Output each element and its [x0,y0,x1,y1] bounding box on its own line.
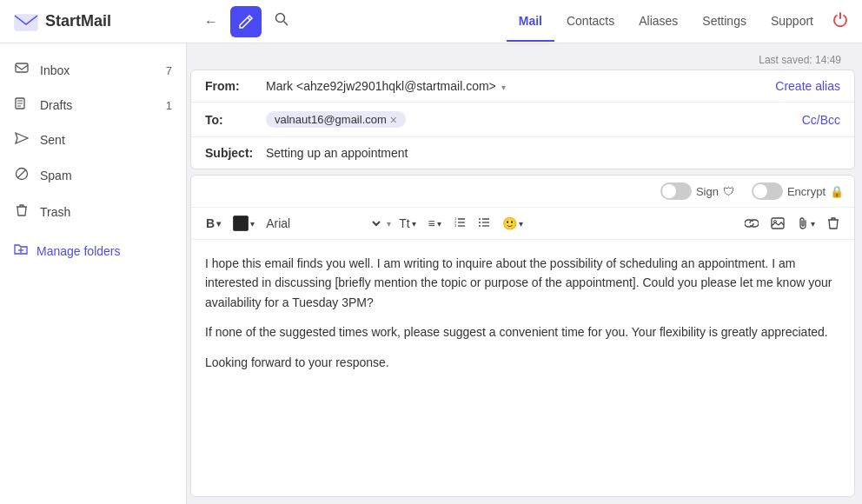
sidebar-item-sent[interactable]: Sent [0,123,186,156]
from-value: Mark <ahze92jw2901hqkl@startmail.com> ▾ [266,79,775,93]
svg-text:3: 3 [454,223,457,228]
sidebar-item-drafts[interactable]: Drafts 1 [0,89,186,122]
sent-icon [14,132,30,148]
svg-line-3 [284,22,288,26]
manage-folders-icon [14,243,28,258]
bold-dropdown-icon: ▾ [216,219,221,229]
chip-remove-button[interactable]: × [390,114,397,126]
tab-support[interactable]: Support [759,2,826,42]
font-dropdown-icon: ▾ [387,219,391,229]
to-row: To: valnaut16@gmail.com × Cc/Bcc [191,103,854,137]
drafts-badge: 1 [166,99,172,112]
tab-aliases[interactable]: Aliases [627,2,690,42]
encrypt-toggle-area: Encrypt 🔒 [752,182,844,200]
svg-rect-4 [16,63,28,72]
attachment-button[interactable]: ▾ [792,214,819,233]
create-alias-link[interactable]: Create alias [775,79,840,93]
nav-tabs: Mail Contacts Aliases Settings Support [507,2,826,42]
drafts-icon [14,97,30,113]
lock-icon: 🔒 [830,185,844,198]
from-row: From: Mark <ahze92jw2901hqkl@startmail.c… [191,70,854,103]
to-chips: valnaut16@gmail.com × [266,111,802,128]
spam-label: Spam [40,169,72,182]
unordered-list-button[interactable] [474,214,494,234]
sign-label: Sign [696,185,719,198]
from-dropdown-icon[interactable]: ▾ [501,83,506,92]
emoji-button[interactable]: 🙂 ▾ [498,214,527,233]
body-paragraph-2: If none of the suggested times work, ple… [205,322,840,342]
drafts-label: Drafts [40,98,72,112]
body-paragraph-3: Looking forward to your response. [205,353,840,372]
color-button[interactable]: ▾ [229,213,259,234]
svg-marker-9 [16,133,28,143]
search-button[interactable] [270,8,293,35]
shield-icon: 🛡 [723,185,734,198]
sidebar: Inbox 7 Drafts 1 Sent [0,43,187,504]
text-size-button[interactable]: Tt ▾ [395,214,420,233]
bold-button[interactable]: B ▾ [202,214,225,233]
to-label: To: [205,113,266,127]
sidebar-item-inbox[interactable]: Inbox 7 [0,54,186,87]
trash-icon [14,203,30,221]
content: Last saved: 14:49 From: Mark <ahze92jw29… [187,43,862,504]
body-paragraph-1: I hope this email finds you well. I am w… [205,254,840,312]
from-label: From: [205,79,266,93]
svg-point-25 [479,225,481,227]
main-layout: Inbox 7 Drafts 1 Sent [0,43,862,504]
back-button[interactable]: ← [201,10,222,33]
delete-button[interactable] [823,214,844,233]
color-dropdown-icon: ▾ [250,219,255,229]
compose-container: Last saved: 14:49 From: Mark <ahze92jw29… [187,43,862,504]
manage-folders-label: Manage folders [36,244,121,258]
last-saved: Last saved: 14:49 [190,50,855,70]
tab-mail[interactable]: Mail [507,2,554,42]
font-select[interactable]: Arial Times New Roman Helvetica [262,216,383,231]
sign-toggle-area: Sign 🛡 [660,182,734,200]
logo: StartMail [14,12,201,30]
link-button[interactable] [740,216,763,231]
power-button[interactable] [832,11,848,31]
compose-header: From: Mark <ahze92jw2901hqkl@startmail.c… [190,70,855,169]
top-nav: StartMail ← Mail Contacts Aliases Settin… [0,0,862,43]
tab-settings[interactable]: Settings [690,2,759,42]
logo-text: StartMail [45,12,111,30]
to-chip: valnaut16@gmail.com × [266,111,406,128]
svg-point-23 [479,218,481,220]
cc-bcc-link[interactable]: Cc/Bcc [802,113,840,127]
color-box [233,216,249,231]
sign-toggle[interactable] [660,182,692,200]
ordered-list-button[interactable]: 1 2 3 [449,214,470,234]
logo-icon [14,13,38,30]
compose-toolbar-top: Sign 🛡 Encrypt 🔒 [191,176,854,208]
svg-point-24 [479,222,481,223]
svg-line-1 [248,17,250,20]
manage-folders[interactable]: Manage folders [0,235,186,267]
subject-input[interactable] [266,146,840,160]
compose-toolbar-bottom: B ▾ ▾ Arial Times New Roman Helvetica ▾ [191,208,854,240]
sent-label: Sent [40,133,65,147]
subject-row: Subject: [191,137,854,169]
sidebar-item-trash[interactable]: Trash [0,195,186,229]
trash-label: Trash [40,205,70,219]
svg-line-11 [17,169,26,178]
chip-email: valnaut16@gmail.com [275,113,387,126]
encrypt-toggle[interactable] [752,182,783,200]
inbox-label: Inbox [40,63,70,77]
nav-left: ← [201,6,507,37]
svg-point-2 [276,14,285,23]
compose-text[interactable]: I hope this email finds you well. I am w… [191,240,854,496]
encrypt-label: Encrypt [787,185,826,198]
spam-icon [14,167,30,184]
subject-label: Subject: [205,146,266,160]
sidebar-item-spam[interactable]: Spam [0,158,186,193]
image-button[interactable] [766,215,789,232]
compose-button[interactable] [230,6,262,37]
inbox-icon [14,63,30,78]
align-button[interactable]: ≡ ▾ [424,214,446,233]
tab-contacts[interactable]: Contacts [554,2,627,42]
svg-rect-0 [15,15,37,30]
toolbar-right: ▾ [740,214,844,233]
compose-body: Sign 🛡 Encrypt 🔒 B ▾ [190,175,855,497]
inbox-badge: 7 [166,64,172,77]
